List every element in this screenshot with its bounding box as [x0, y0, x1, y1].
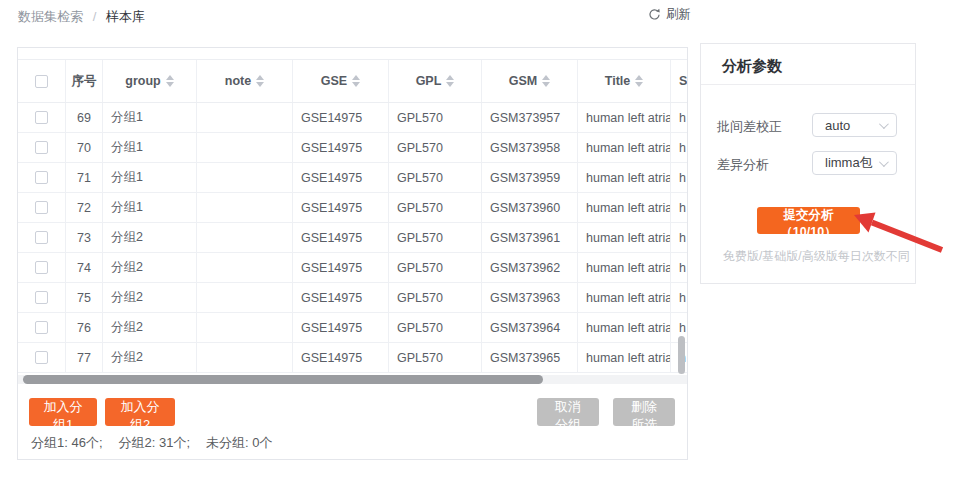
row-gsm: GSM373958 — [482, 133, 578, 162]
row-no: 74 — [66, 253, 103, 282]
gpl-link[interactable]: GPL570 — [389, 193, 482, 222]
delete-selected-button[interactable]: 删除所选 — [613, 398, 675, 426]
row-group: 分组1 — [103, 103, 197, 132]
header-checkbox-cell — [18, 60, 66, 102]
sort-icon[interactable] — [166, 75, 174, 87]
header-group[interactable]: group — [103, 60, 197, 102]
row-no: 72 — [66, 193, 103, 222]
gse-link[interactable]: GSE14975 — [293, 343, 389, 372]
table-row: 74 分组2 GSE14975 GPL570 GSM373962 human l… — [18, 253, 687, 283]
gpl-link[interactable]: GPL570 — [389, 223, 482, 252]
row-no: 75 — [66, 283, 103, 312]
row-title: human left atrial_c — [578, 223, 671, 252]
gpl-link[interactable]: GPL570 — [389, 163, 482, 192]
sort-icon[interactable] — [542, 75, 550, 87]
row-group: 分组1 — [103, 193, 197, 222]
row-checkbox[interactable] — [35, 201, 48, 214]
row-no: 77 — [66, 343, 103, 372]
table-row: 77 分组2 GSE14975 GPL570 GSM373965 human l… — [18, 343, 687, 373]
header-note[interactable]: note — [197, 60, 293, 102]
table-row: 71 分组1 GSE14975 GPL570 GSM373959 human l… — [18, 163, 687, 193]
refresh-label: 刷新 — [666, 6, 691, 23]
header-source: Sc — [671, 60, 687, 102]
chevron-down-icon — [879, 119, 889, 129]
row-checkbox[interactable] — [35, 351, 48, 364]
panel-divider — [701, 84, 915, 85]
row-checkbox-cell — [18, 163, 66, 192]
header-gpl[interactable]: GPL — [389, 60, 482, 102]
refresh-button[interactable]: 刷新 — [648, 6, 691, 23]
row-checkbox[interactable] — [35, 171, 48, 184]
sort-icon[interactable] — [446, 75, 454, 87]
add-to-group2-button[interactable]: 加入分组2 — [105, 398, 175, 426]
add-to-group1-button[interactable]: 加入分组1 — [29, 398, 97, 426]
header-gsm[interactable]: GSM — [482, 60, 578, 102]
horizontal-scrollbar-track[interactable] — [18, 375, 687, 384]
row-checkbox-cell — [18, 313, 66, 342]
header-title[interactable]: Title — [578, 60, 671, 102]
gse-link[interactable]: GSE14975 — [293, 223, 389, 252]
sort-icon[interactable] — [352, 75, 360, 87]
gse-link[interactable]: GSE14975 — [293, 193, 389, 222]
table-header-row: 序号 group note GSE GPL GSM Title Sc — [18, 59, 687, 103]
batch-correction-select[interactable]: auto — [812, 113, 897, 137]
breadcrumb: 数据集检索 / 样本库 — [18, 8, 145, 26]
diff-analysis-select[interactable]: limma包 — [812, 151, 897, 175]
row-checkbox-cell — [18, 193, 66, 222]
chevron-down-icon — [879, 157, 889, 167]
breadcrumb-dataset-search[interactable]: 数据集检索 — [18, 9, 83, 24]
row-title: human left atrial_p — [578, 103, 671, 132]
row-source: h — [671, 103, 687, 132]
gpl-link[interactable]: GPL570 — [389, 133, 482, 162]
table-row: 69 分组1 GSE14975 GPL570 GSM373957 human l… — [18, 103, 687, 133]
row-note — [197, 253, 293, 282]
panel-title: 分析参数 — [722, 57, 782, 76]
row-title: human left atrial_c — [578, 313, 671, 342]
row-gsm: GSM373957 — [482, 103, 578, 132]
row-gsm: GSM373961 — [482, 223, 578, 252]
table-row: 75 分组2 GSE14975 GPL570 GSM373963 human l… — [18, 283, 687, 313]
row-checkbox[interactable] — [35, 291, 48, 304]
row-checkbox-cell — [18, 223, 66, 252]
gse-link[interactable]: GSE14975 — [293, 133, 389, 162]
gse-link[interactable]: GSE14975 — [293, 253, 389, 282]
row-group: 分组1 — [103, 163, 197, 192]
row-checkbox-cell — [18, 133, 66, 162]
row-checkbox[interactable] — [35, 321, 48, 334]
row-gsm: GSM373963 — [482, 283, 578, 312]
row-gsm: GSM373960 — [482, 193, 578, 222]
row-title: human left atrial_p — [578, 193, 671, 222]
row-gsm: GSM373959 — [482, 163, 578, 192]
row-group: 分组2 — [103, 223, 197, 252]
table-row: 73 分组2 GSE14975 GPL570 GSM373961 human l… — [18, 223, 687, 253]
breadcrumb-separator: / — [93, 9, 97, 24]
group-summary: 分组1: 46个;分组2: 31个;未分组: 0个 — [31, 434, 289, 452]
vertical-scrollbar[interactable] — [678, 336, 685, 374]
gse-link[interactable]: GSE14975 — [293, 283, 389, 312]
sort-icon[interactable] — [635, 75, 643, 87]
sort-icon[interactable] — [256, 75, 264, 87]
row-checkbox[interactable] — [35, 261, 48, 274]
select-all-checkbox[interactable] — [35, 75, 48, 88]
row-checkbox[interactable] — [35, 231, 48, 244]
header-gse[interactable]: GSE — [293, 60, 389, 102]
diff-analysis-label: 差异分析 — [717, 156, 769, 174]
gse-link[interactable]: GSE14975 — [293, 103, 389, 132]
row-title: human left atrial_c — [578, 253, 671, 282]
row-checkbox[interactable] — [35, 141, 48, 154]
horizontal-scrollbar-thumb[interactable] — [23, 375, 543, 384]
gpl-link[interactable]: GPL570 — [389, 103, 482, 132]
gpl-link[interactable]: GPL570 — [389, 253, 482, 282]
submit-analysis-button[interactable]: 提交分析（10/10） — [757, 207, 860, 234]
gse-link[interactable]: GSE14975 — [293, 313, 389, 342]
gse-link[interactable]: GSE14975 — [293, 163, 389, 192]
row-checkbox[interactable] — [35, 111, 48, 124]
cancel-group-button[interactable]: 取消分组 — [537, 398, 599, 426]
batch-correction-label: 批间差校正 — [717, 118, 782, 136]
gpl-link[interactable]: GPL570 — [389, 283, 482, 312]
gpl-link[interactable]: GPL570 — [389, 313, 482, 342]
gpl-link[interactable]: GPL570 — [389, 343, 482, 372]
row-note — [197, 163, 293, 192]
row-source: h — [671, 283, 687, 312]
breadcrumb-sample-library: 样本库 — [106, 9, 145, 24]
